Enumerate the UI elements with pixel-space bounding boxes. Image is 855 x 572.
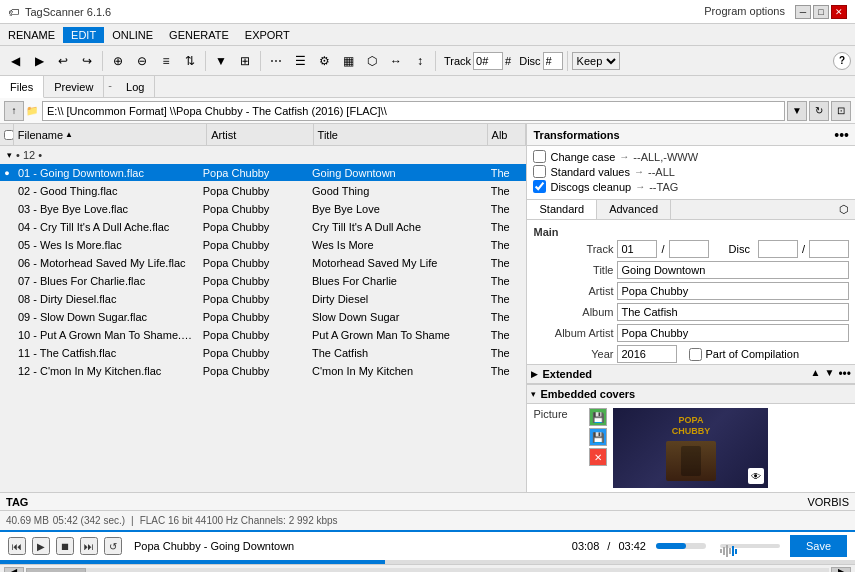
embedded-covers-section-header[interactable]: ▾ Embedded covers: [527, 384, 855, 404]
toolbar-btn-14[interactable]: ⬡: [361, 50, 383, 72]
panel-expand-button[interactable]: ⬡: [833, 200, 855, 219]
file-row[interactable]: 07 - Blues For Charlie.flac Popa Chubby …: [0, 272, 526, 290]
file-alb: The: [487, 328, 527, 342]
group-row[interactable]: ▾ • 12 •: [0, 146, 526, 164]
disc-total-input[interactable]: [809, 240, 849, 258]
volume-control[interactable]: [656, 543, 706, 549]
toolbar-btn-filter[interactable]: ▼: [210, 50, 232, 72]
minimize-button[interactable]: ─: [795, 5, 811, 19]
file-artist: Popa Chubby: [199, 238, 308, 252]
col-alb-header[interactable]: Alb: [488, 124, 527, 145]
path-input[interactable]: [42, 101, 785, 121]
picture-save-btn[interactable]: 💾: [589, 428, 607, 446]
file-row[interactable]: 05 - Wes Is More.flac Popa Chubby Wes Is…: [0, 236, 526, 254]
select-all-checkbox[interactable]: [4, 130, 14, 140]
player-loop-btn[interactable]: ↺: [104, 537, 122, 555]
file-row[interactable]: 06 - Motorhead Saved My Life.flac Popa C…: [0, 254, 526, 272]
trans-option-2: Standard values → --ALL: [533, 165, 849, 178]
toolbar-btn-11[interactable]: ☰: [289, 50, 311, 72]
toolbar-btn-5[interactable]: ⊕: [107, 50, 129, 72]
track-total-input[interactable]: [669, 240, 709, 258]
year-row: Year Part of Compilation: [533, 345, 849, 363]
col-artist-header[interactable]: Artist: [207, 124, 313, 145]
col-title-header[interactable]: Title: [314, 124, 488, 145]
file-row[interactable]: 11 - The Catfish.flac Popa Chubby The Ca…: [0, 344, 526, 362]
path-up-button[interactable]: ↑: [4, 101, 24, 121]
picture-load-btn[interactable]: 💾: [589, 408, 607, 426]
save-button[interactable]: Save: [790, 535, 847, 557]
player-play-btn[interactable]: ▶: [32, 537, 50, 555]
extended-section-header[interactable]: ▶ Extended ▲ ▼ •••: [527, 364, 855, 384]
transformations-menu-button[interactable]: •••: [834, 127, 849, 143]
album-input[interactable]: [617, 303, 849, 321]
transformations-options: Change case → --ALL,-WWW Standard values…: [527, 146, 855, 200]
track-number-input[interactable]: [617, 240, 657, 258]
disc-input[interactable]: [543, 52, 563, 70]
extended-up-btn[interactable]: ▲: [811, 367, 821, 381]
file-row[interactable]: 02 - Good Thing.flac Popa Chubby Good Th…: [0, 182, 526, 200]
menu-export[interactable]: EXPORT: [237, 27, 298, 43]
track-input[interactable]: [473, 52, 503, 70]
toolbar-btn-15[interactable]: ↔: [385, 50, 407, 72]
toolbar-btn-2[interactable]: ▶: [28, 50, 50, 72]
file-row[interactable]: 08 - Dirty Diesel.flac Popa Chubby Dirty…: [0, 290, 526, 308]
panel-tab-standard[interactable]: Standard: [527, 200, 597, 219]
toolbar-btn-13[interactable]: ▦: [337, 50, 359, 72]
compilation-checkbox[interactable]: [689, 348, 702, 361]
progress-bar[interactable]: [0, 560, 855, 564]
file-title: Blues For Charlie: [308, 274, 487, 288]
toolbar-btn-4[interactable]: ↪: [76, 50, 98, 72]
player-next-btn[interactable]: ⏭: [80, 537, 98, 555]
help-button[interactable]: ?: [833, 52, 851, 70]
menu-online[interactable]: ONLINE: [104, 27, 161, 43]
col-filename-header[interactable]: Filename▲: [14, 124, 207, 145]
player-prev-btn[interactable]: ⏮: [8, 537, 26, 555]
picture-delete-btn[interactable]: ✕: [589, 448, 607, 466]
trans-check-2[interactable]: [533, 165, 546, 178]
toolbar-btn-6[interactable]: ⊖: [131, 50, 153, 72]
scroll-left-btn[interactable]: ◀: [4, 567, 24, 573]
toolbar-btn-12[interactable]: ⚙: [313, 50, 335, 72]
player-stop-btn[interactable]: ⏹: [56, 537, 74, 555]
menu-rename[interactable]: RENAME: [0, 27, 63, 43]
toolbar-btn-10[interactable]: ⋯: [265, 50, 287, 72]
menu-generate[interactable]: GENERATE: [161, 27, 237, 43]
path-reload-button[interactable]: ↻: [809, 101, 829, 121]
disc-number-input[interactable]: [758, 240, 798, 258]
path-dropdown-button[interactable]: ▼: [787, 101, 807, 121]
panel-tab-advanced[interactable]: Advanced: [597, 200, 671, 219]
file-row[interactable]: 12 - C'mon In My Kitchen.flac Popa Chubb…: [0, 362, 526, 380]
file-row[interactable]: 04 - Cry Till It's A Dull Ache.flac Popa…: [0, 218, 526, 236]
toolbar-btn-3[interactable]: ↩: [52, 50, 74, 72]
scroll-right-btn[interactable]: ▶: [831, 567, 851, 573]
file-row[interactable]: 09 - Slow Down Sugar.flac Popa Chubby Sl…: [0, 308, 526, 326]
toolbar-btn-16[interactable]: ↕: [409, 50, 431, 72]
scrollbar-track[interactable]: [26, 568, 829, 573]
trans-check-3[interactable]: [533, 180, 546, 193]
tab-log[interactable]: Log: [116, 76, 155, 97]
menu-edit[interactable]: EDIT: [63, 27, 104, 43]
path-extra-button[interactable]: ⊡: [831, 101, 851, 121]
toolbar-btn-8[interactable]: ⇅: [179, 50, 201, 72]
picture-preview-btn[interactable]: 👁: [748, 468, 764, 484]
file-row[interactable]: 03 - Bye Bye Love.flac Popa Chubby Bye B…: [0, 200, 526, 218]
toolbar-btn-7[interactable]: ≡: [155, 50, 177, 72]
col-check[interactable]: [0, 124, 14, 145]
artist-input[interactable]: [617, 282, 849, 300]
toolbar-btn-1[interactable]: ◀: [4, 50, 26, 72]
title-input[interactable]: [617, 261, 849, 279]
tab-preview[interactable]: Preview: [44, 76, 104, 97]
extended-menu-btn[interactable]: •••: [838, 367, 851, 381]
keep-select[interactable]: Keep: [572, 52, 620, 70]
program-options-link[interactable]: Program options: [704, 5, 785, 19]
year-input[interactable]: [617, 345, 677, 363]
tab-files[interactable]: Files: [0, 76, 44, 98]
maximize-button[interactable]: □: [813, 5, 829, 19]
extended-down-btn[interactable]: ▼: [824, 367, 834, 381]
file-row[interactable]: ● 01 - Going Downtown.flac Popa Chubby G…: [0, 164, 526, 182]
close-button[interactable]: ✕: [831, 5, 847, 19]
trans-check-1[interactable]: [533, 150, 546, 163]
album-artist-input[interactable]: [617, 324, 849, 342]
toolbar-btn-9[interactable]: ⊞: [234, 50, 256, 72]
file-row[interactable]: 10 - Put A Grown Man To Shame.flac Popa …: [0, 326, 526, 344]
